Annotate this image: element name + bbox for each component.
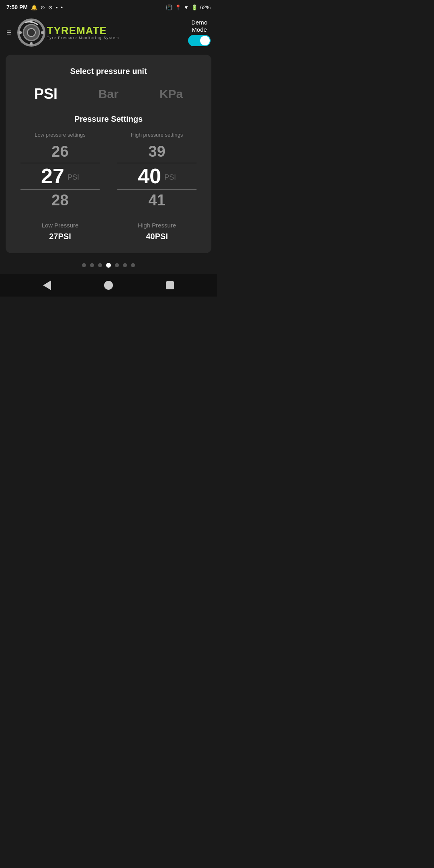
dot-6[interactable] xyxy=(123,263,127,267)
logo-container: TYREMATE Tyre Pressure Monitoring System xyxy=(17,18,184,47)
logo-wheel-icon xyxy=(17,18,45,47)
pressure-settings-title: Pressure Settings xyxy=(14,115,203,124)
low-pressure-above: 26 xyxy=(51,143,68,160)
vibrate-icon: 📳 xyxy=(166,4,172,10)
low-pressure-summary: Low Pressure 27PSI xyxy=(14,222,106,241)
high-pressure-label: High pressure settings xyxy=(131,132,183,138)
low-pressure-summary-value: 27PSI xyxy=(49,232,71,241)
logo-subtitle: Tyre Pressure Monitoring System xyxy=(47,36,119,40)
svg-rect-4 xyxy=(30,42,33,45)
bottom-navigation xyxy=(0,274,217,297)
high-pressure-column: High pressure settings 39 40 PSI 41 xyxy=(111,132,203,209)
home-icon xyxy=(104,281,113,290)
back-icon xyxy=(43,280,51,290)
tire-icon-1: ⊙ xyxy=(41,4,45,10)
high-pressure-above: 39 xyxy=(148,143,165,160)
status-time: 7:50 PM xyxy=(6,4,28,10)
recents-button[interactable] xyxy=(164,279,176,291)
battery-percentage: 62% xyxy=(200,4,211,10)
pressure-unit-selector: PSI Bar KPa xyxy=(14,86,203,102)
pressure-unit-title: Select pressure unit xyxy=(14,67,203,76)
svg-point-2 xyxy=(27,29,35,37)
square-icon: ▪ xyxy=(56,4,58,10)
tire-icon-2: ⊙ xyxy=(48,4,53,10)
dot-4-active[interactable] xyxy=(106,263,111,268)
recents-icon xyxy=(166,281,174,289)
logo-text: TYREMATE Tyre Pressure Monitoring System xyxy=(47,25,119,40)
notification-icon: 🔔 xyxy=(31,4,37,10)
high-pressure-divider-top xyxy=(117,163,196,163)
main-card: Select pressure unit PSI Bar KPa Pressur… xyxy=(6,55,211,253)
unit-psi[interactable]: PSI xyxy=(34,86,57,102)
svg-rect-6 xyxy=(41,31,44,34)
unit-kpa[interactable]: KPa xyxy=(160,87,183,101)
high-pressure-selected-row: 40 PSI xyxy=(138,165,176,188)
low-pressure-below: 28 xyxy=(51,192,68,209)
page-dots xyxy=(0,263,217,268)
low-pressure-picker[interactable]: 26 27 PSI 28 xyxy=(14,143,106,209)
back-button[interactable] xyxy=(41,279,53,291)
low-pressure-selected: 27 xyxy=(41,165,64,188)
dot-icon: • xyxy=(61,4,63,10)
high-pressure-picker[interactable]: 39 40 PSI 41 xyxy=(111,143,203,209)
high-pressure-divider-bottom xyxy=(117,189,196,190)
low-pressure-column: Low pressure settings 26 27 PSI 28 xyxy=(14,132,106,209)
toggle-knob xyxy=(200,36,210,45)
dot-5[interactable] xyxy=(115,263,119,267)
low-pressure-selected-row: 27 PSI xyxy=(41,165,79,188)
low-pressure-divider-bottom xyxy=(20,189,99,190)
status-bar: 7:50 PM 🔔 ⊙ ⊙ ▪ • 📳 📍 ▼ 🔋 62% xyxy=(0,0,217,14)
dot-2[interactable] xyxy=(90,263,94,267)
low-pressure-unit: PSI xyxy=(68,173,79,182)
pressure-columns: Low pressure settings 26 27 PSI 28 High … xyxy=(14,132,203,209)
high-pressure-summary-label: High Pressure xyxy=(138,222,176,229)
high-pressure-unit: PSI xyxy=(164,173,176,182)
dot-3[interactable] xyxy=(98,263,102,267)
unit-bar[interactable]: Bar xyxy=(98,87,119,101)
home-button[interactable] xyxy=(102,279,115,291)
low-pressure-divider-top xyxy=(20,163,99,163)
high-pressure-selected: 40 xyxy=(138,165,161,188)
location-icon: 📍 xyxy=(175,4,181,10)
demo-mode-label: DemoMode xyxy=(191,19,207,33)
battery-icon: 🔋 xyxy=(191,4,198,10)
demo-mode-container: DemoMode xyxy=(188,19,211,46)
pressure-summary: Low Pressure 27PSI High Pressure 40PSI xyxy=(14,222,203,241)
high-pressure-below: 41 xyxy=(148,192,165,209)
high-pressure-summary: High Pressure 40PSI xyxy=(111,222,203,241)
low-pressure-label: Low pressure settings xyxy=(35,132,85,138)
demo-mode-toggle[interactable] xyxy=(188,35,211,46)
app-header: ≡ TYREMATE Tyre Pressure Monitoring Syst… xyxy=(0,14,217,51)
dot-1[interactable] xyxy=(82,263,86,267)
svg-rect-5 xyxy=(18,31,22,34)
logo-brand: TYREMATE xyxy=(47,25,119,36)
dot-7[interactable] xyxy=(131,263,135,267)
hamburger-menu-icon[interactable]: ≡ xyxy=(6,27,12,38)
low-pressure-summary-label: Low Pressure xyxy=(42,222,79,229)
high-pressure-summary-value: 40PSI xyxy=(146,232,168,241)
wifi-icon: ▼ xyxy=(184,4,189,10)
